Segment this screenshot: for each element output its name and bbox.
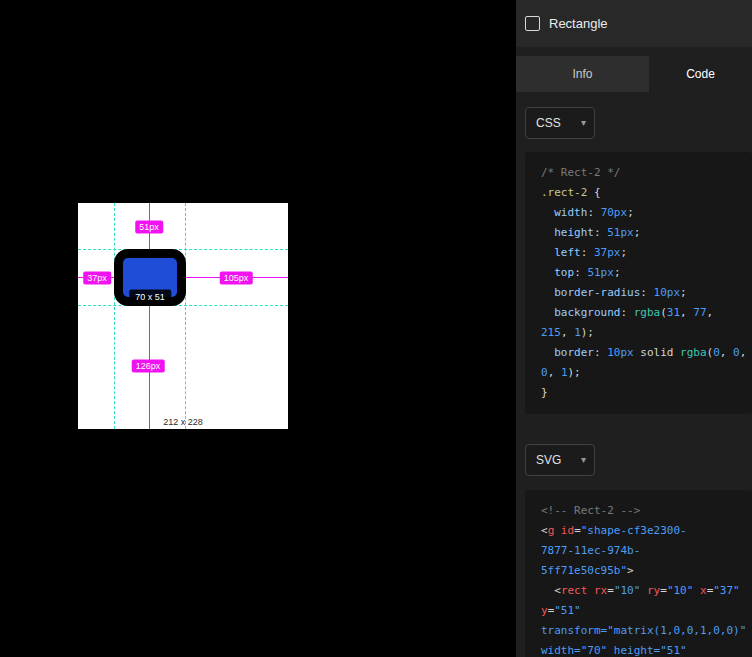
layer-checkbox[interactable] [525,16,540,31]
layer-name-label: Rectangle [549,16,608,31]
svg-language-value: SVG [536,453,561,467]
chevron-down-icon: ▾ [581,455,586,465]
snap-guide-top [78,249,288,250]
distance-badge-bottom: 126px [132,360,165,373]
snap-guide-left [114,203,115,429]
sidebar-tabs: Info Code [516,56,752,92]
canvas-area[interactable]: 51px 37px 105px 126px 70 x 51 212 x 228 [0,0,516,657]
snap-guide-right [185,203,186,429]
distance-badge-left: 37px [83,272,111,285]
chevron-down-icon: ▾ [581,118,586,128]
svg-language-select[interactable]: SVG ▾ [525,444,595,476]
layer-header: Rectangle [516,0,752,47]
tab-info-label: Info [572,67,592,81]
distance-badge-top: 51px [135,221,163,234]
right-sidebar: Rectangle Info Code CSS ▾ /* Rect-2 */.r… [516,0,752,657]
shape-size-badge: 70 x 51 [129,290,171,305]
css-language-select[interactable]: CSS ▾ [525,107,595,139]
tab-code-label: Code [686,67,715,81]
tab-code[interactable]: Code [649,56,752,92]
distance-badge-right: 105px [220,272,253,285]
css-language-value: CSS [536,116,561,130]
artboard[interactable]: 51px 37px 105px 126px 70 x 51 212 x 228 [78,203,288,429]
css-code-block: /* Rect-2 */.rect-2 { width: 70px; heigh… [525,152,752,414]
svg-code-block: <!-- Rect-2 --><g id="shape-cf3e2300-787… [525,490,752,657]
snap-guide-bottom [78,305,288,306]
tab-info[interactable]: Info [516,56,649,92]
board-size-label: 212 x 228 [163,417,203,427]
